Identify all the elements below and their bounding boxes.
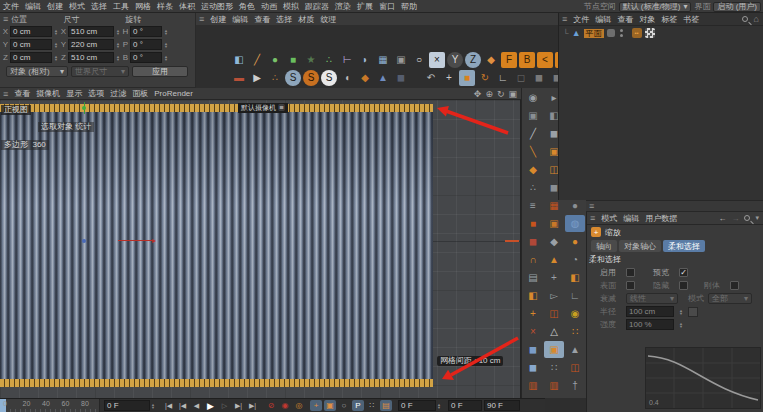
main-menu-item-10[interactable]: 角色 <box>236 1 258 12</box>
side-col3-icon-10[interactable]: ◧ <box>565 269 585 286</box>
side-col1-icon-0[interactable]: ◉ <box>523 89 543 106</box>
search-icon[interactable] <box>744 215 750 221</box>
range-start-field[interactable]: 0 F <box>448 400 482 411</box>
s-orange-icon[interactable]: S <box>303 70 319 86</box>
main-menu-item-8[interactable]: 体积 <box>176 1 198 12</box>
side-col2-icon-9[interactable]: ▲ <box>544 251 564 268</box>
side-col3-icon-14[interactable]: ▲ <box>565 341 585 358</box>
size-z-field[interactable]: 510 cm <box>68 52 114 63</box>
strength-field[interactable]: 100 % <box>626 319 674 330</box>
side-col1-icon-3[interactable]: ╲ <box>523 143 543 160</box>
interface-dropdown[interactable]: 启动 (用户) <box>713 2 761 12</box>
layer-toggle-icon[interactable] <box>607 29 615 37</box>
attr-menu-item-0[interactable]: 模式 <box>598 213 620 224</box>
size-x-stepper[interactable]: ▲▼ <box>115 26 121 37</box>
hidden-checkbox[interactable] <box>679 281 688 290</box>
green-cube-icon[interactable]: ■ <box>285 52 301 68</box>
record-button[interactable]: ⊘ <box>265 400 277 411</box>
side-col3-icon-7[interactable]: ◍ <box>565 215 585 232</box>
material-menu-item-4[interactable]: 材质 <box>295 14 317 25</box>
hex-icon[interactable]: ◆ <box>357 70 373 86</box>
main-menu-item-5[interactable]: 工具 <box>110 1 132 12</box>
back-icon[interactable]: B <box>519 52 535 68</box>
play-box-icon[interactable]: ▶ <box>249 70 265 86</box>
frame-display-stepper[interactable]: ▲▼ <box>436 400 442 411</box>
s-white-icon[interactable]: S <box>321 70 337 86</box>
rotation-h-stepper[interactable]: ▲▼ <box>163 26 169 37</box>
size-z-stepper[interactable]: ▲▼ <box>115 52 121 63</box>
main-menu-item-13[interactable]: 跟踪器 <box>302 1 332 12</box>
side-col2-icon-12[interactable]: ◫ <box>544 305 564 322</box>
rigid-checkbox[interactable] <box>730 281 739 290</box>
material-menu-item-1[interactable]: 编辑 <box>229 14 251 25</box>
om-menu-item-4[interactable]: 标签 <box>658 14 680 25</box>
position-x-stepper[interactable]: ▲▼ <box>53 26 59 37</box>
key-rotation-button[interactable]: ○ <box>338 400 350 411</box>
cube-b-icon[interactable]: ◼ <box>393 70 409 86</box>
green-sphere-icon[interactable]: ● <box>267 52 283 68</box>
size-y-stepper[interactable]: ▲▼ <box>115 39 121 50</box>
keyframe-button[interactable]: ◎ <box>293 400 305 411</box>
side-col2-icon-10[interactable]: + <box>544 269 564 286</box>
panel-menu-icon[interactable]: ≡ <box>0 14 11 24</box>
falloff-dropdown[interactable]: 线性▾ <box>626 293 678 304</box>
mode-dropdown[interactable]: 全部▾ <box>708 293 752 304</box>
side-col1-icon-10[interactable]: ▤ <box>523 269 543 286</box>
goto-start-button[interactable]: |◀ <box>162 400 175 412</box>
main-menu-item-0[interactable]: 文件 <box>0 1 22 12</box>
range-end-field[interactable]: 90 F <box>484 400 520 411</box>
axis-y-icon[interactable]: Y <box>447 52 463 68</box>
viewport-menu-hamburger-icon[interactable]: ≡ <box>0 89 11 99</box>
rotation-p-field[interactable]: 0 ° <box>130 39 162 50</box>
om-hamburger-icon[interactable]: ≡ <box>559 14 570 24</box>
panel-grip[interactable]: ≡ <box>586 200 763 212</box>
side-col1-icon-7[interactable]: ■ <box>523 215 543 232</box>
viewport-menu-item-3[interactable]: 选项 <box>85 88 107 99</box>
tab-2[interactable]: 柔和选择 <box>663 240 705 252</box>
side-col1-icon-5[interactable]: ∴ <box>523 179 543 196</box>
side-col1-icon-16[interactable]: ▥ <box>523 377 543 394</box>
corner-icon[interactable]: ∟ <box>495 70 511 86</box>
side-col3-icon-11[interactable]: ∟ <box>565 287 585 304</box>
selected-polygons-bottom-band[interactable] <box>0 379 433 387</box>
key-param-button[interactable]: P <box>352 400 364 411</box>
main-menu-item-17[interactable]: 帮助 <box>398 1 420 12</box>
side-col1-icon-1[interactable]: ▣ <box>523 107 543 124</box>
dots-icon[interactable]: ∴ <box>267 70 283 86</box>
add-icon[interactable]: + <box>441 70 457 86</box>
radius-curve-button[interactable] <box>688 307 698 317</box>
key-scale-button[interactable]: ▣ <box>324 400 336 411</box>
maximize-view-icon[interactable]: ▣ <box>508 89 517 99</box>
cluster-icon[interactable]: ∴ <box>321 52 337 68</box>
main-menu-item-9[interactable]: 运动图形 <box>198 1 236 12</box>
main-menu-item-1[interactable]: 编辑 <box>22 1 44 12</box>
side-col3-icon-13[interactable]: ∷ <box>565 323 585 340</box>
horn-icon[interactable]: ◖ <box>339 70 355 86</box>
camera-icon[interactable]: ▣ <box>393 52 409 68</box>
side-col3-icon-12[interactable]: ◉ <box>565 305 585 322</box>
size-x-field[interactable]: 510 cm <box>68 26 114 37</box>
key-pla-button[interactable]: ∷ <box>366 400 378 411</box>
table-icon[interactable]: ▦ <box>375 52 391 68</box>
side-col1-icon-11[interactable]: ◧ <box>523 287 543 304</box>
sim-cube-icon[interactable]: ◧ <box>231 52 247 68</box>
material-menu-hamburger-icon[interactable]: ≡ <box>196 14 207 24</box>
viewport-menu-item-6[interactable]: ProRender <box>151 89 196 98</box>
position-y-field[interactable]: 0 cm <box>10 39 52 50</box>
viewport-menu-item-2[interactable]: 显示 <box>63 88 85 99</box>
side-col1-icon-15[interactable]: ◼ <box>523 359 543 376</box>
side-col2-icon-13[interactable]: △ <box>544 323 564 340</box>
apply-button[interactable]: 应用 <box>132 66 188 77</box>
side-col1-icon-9[interactable]: ∩ <box>523 251 543 268</box>
viewport-menu-item-0[interactable]: 查看 <box>11 88 33 99</box>
om-menu-item-5[interactable]: 书签 <box>680 14 702 25</box>
main-menu-item-14[interactable]: 渲染 <box>332 1 354 12</box>
side-col1-icon-13[interactable]: × <box>523 323 543 340</box>
front-icon[interactable]: F <box>501 52 517 68</box>
rotate-view-icon[interactable]: ↻ <box>497 89 505 99</box>
close-icon[interactable]: × <box>429 52 445 68</box>
main-menu-item-12[interactable]: 模拟 <box>280 1 302 12</box>
rotation-b-stepper[interactable]: ▲▼ <box>163 52 169 63</box>
radius-field[interactable]: 100 cm <box>626 306 674 317</box>
pyramid-icon[interactable]: ▲ <box>375 70 391 86</box>
